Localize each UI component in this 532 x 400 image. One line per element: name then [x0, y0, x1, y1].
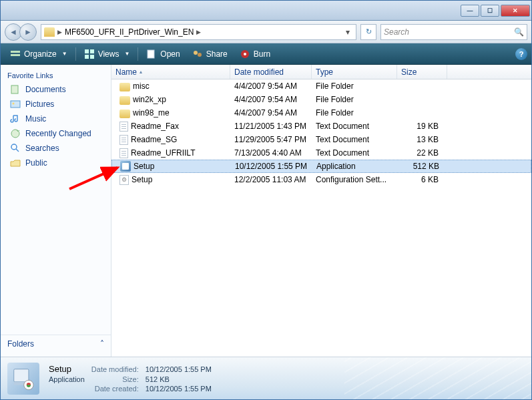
svg-rect-5 — [90, 55, 94, 59]
maximize-button[interactable]: ☐ — [481, 5, 499, 17]
file-name: win2k_xp — [133, 95, 166, 104]
file-row[interactable]: Setup12/2/2005 11:03 AMConfiguration Set… — [111, 173, 531, 186]
recent-icon — [10, 128, 21, 139]
file-date: 4/4/2007 9:54 AM — [230, 108, 312, 118]
chevron-down-icon: ▼ — [124, 51, 129, 57]
open-icon — [146, 49, 157, 59]
file-date: 4/4/2007 9:54 AM — [230, 95, 312, 104]
svg-point-13 — [13, 103, 15, 105]
sidebar-item-recent[interactable]: Recently Changed — [1, 126, 111, 141]
sidebar-item-searches[interactable]: Searches — [1, 141, 111, 156]
toolbar: Organize ▼ Views ▼ Open Share — [1, 43, 531, 65]
file-date: 12/2/2005 11:03 AM — [230, 175, 312, 184]
documents-icon — [10, 84, 21, 95]
minimize-button[interactable]: — — [461, 5, 479, 17]
file-date: 10/12/2005 1:55 PM — [231, 162, 312, 171]
titlebar: — ☐ ✕ — [1, 1, 531, 21]
svg-rect-4 — [85, 55, 89, 59]
file-row[interactable]: Readme_UFRIILT7/13/2005 4:40 AMText Docu… — [111, 146, 531, 160]
breadcrumb-dropdown[interactable]: ▾ — [342, 27, 353, 37]
nav-buttons: ◄ ► — [5, 23, 37, 41]
file-row[interactable]: win98_me4/4/2007 9:54 AMFile Folder — [111, 106, 531, 120]
searches-icon — [10, 143, 21, 154]
details-grid: Setup Date modified: 10/12/2005 1:55 PM … — [49, 364, 218, 393]
public-icon — [10, 158, 21, 168]
music-icon — [10, 114, 21, 124]
details-created-label: Date created: — [91, 385, 139, 393]
text-file-icon — [119, 135, 128, 145]
breadcrumb[interactable]: ▶ MF6500_UFR_II_PrtDriver_Win_EN ▶ ▾ — [41, 24, 356, 40]
share-icon — [192, 49, 203, 59]
sidebar-item-pictures[interactable]: Pictures — [1, 97, 111, 112]
folders-toggle[interactable]: Folders ˄ — [1, 335, 111, 353]
file-size: 512 KB — [398, 162, 443, 171]
sidebar-item-documents[interactable]: Documents — [1, 82, 111, 97]
file-type: File Folder — [312, 108, 397, 118]
forward-button[interactable]: ► — [19, 23, 37, 41]
folder-icon — [44, 27, 55, 37]
file-row[interactable]: misc4/4/2007 9:54 AMFile Folder — [111, 79, 531, 93]
sidebar-item-label: Music — [25, 114, 46, 124]
file-list: Name ▴ Date modified Type Size misc4/4/2… — [111, 65, 531, 357]
file-size: 13 KB — [397, 135, 443, 144]
file-row[interactable]: Setup10/12/2005 1:55 PMApplication512 KB — [111, 160, 531, 173]
share-button[interactable]: Share — [187, 47, 233, 61]
svg-point-7 — [194, 51, 198, 55]
svg-rect-1 — [11, 54, 20, 56]
refresh-button[interactable]: ↻ — [360, 24, 376, 40]
file-date: 4/4/2007 9:54 AM — [230, 81, 312, 91]
application-icon — [120, 161, 131, 172]
file-name: Readme_Fax — [131, 122, 179, 131]
column-date[interactable]: Date modified — [230, 65, 312, 79]
pictures-icon — [10, 99, 21, 110]
file-size: 22 KB — [397, 148, 443, 158]
file-size: 6 KB — [397, 175, 443, 184]
file-name: Setup — [131, 175, 152, 184]
file-row[interactable]: Readme_Fax11/21/2005 1:43 PMText Documen… — [111, 120, 531, 133]
search-placeholder: Search — [384, 27, 409, 37]
search-icon: 🔍 — [514, 27, 524, 37]
views-button[interactable]: Views ▼ — [79, 47, 136, 61]
file-type: File Folder — [312, 95, 397, 104]
sidebar-item-label: Public — [25, 158, 47, 168]
file-name: Readme_SG — [131, 135, 177, 144]
chevron-down-icon: ▼ — [62, 51, 67, 57]
details-pane: Setup Date modified: 10/12/2005 1:55 PM … — [1, 357, 531, 399]
column-type[interactable]: Type — [312, 65, 397, 79]
burn-icon — [240, 49, 250, 59]
file-date: 11/21/2005 1:43 PM — [230, 122, 312, 131]
breadcrumb-current[interactable]: MF6500_UFR_II_PrtDriver_Win_EN — [65, 27, 194, 37]
file-row[interactable]: win2k_xp4/4/2007 9:54 AMFile Folder — [111, 93, 531, 106]
sidebar-item-label: Searches — [25, 144, 59, 153]
svg-rect-3 — [90, 49, 94, 53]
burn-button[interactable]: Burn — [234, 47, 276, 61]
details-size-label: Size: — [91, 375, 139, 383]
file-row[interactable]: Readme_SG11/29/2005 5:47 PMText Document… — [111, 133, 531, 146]
details-size-value: 512 KB — [146, 375, 212, 383]
file-type: Text Document — [312, 122, 397, 131]
open-button[interactable]: Open — [141, 47, 185, 61]
details-name: Setup — [49, 364, 85, 374]
file-type: File Folder — [312, 81, 397, 91]
svg-rect-12 — [11, 101, 20, 108]
details-modified-value: 10/12/2005 1:55 PM — [146, 365, 212, 373]
text-file-icon — [119, 122, 128, 132]
details-modified-label: Date modified: — [91, 365, 139, 373]
folder-icon — [119, 96, 130, 105]
sidebar-item-music[interactable]: Music — [1, 112, 111, 126]
column-size[interactable]: Size — [397, 65, 447, 79]
separator — [75, 47, 76, 61]
file-name: Setup — [134, 162, 154, 171]
svg-point-10 — [244, 53, 246, 55]
search-input[interactable]: Search 🔍 — [380, 24, 527, 40]
organize-button[interactable]: Organize ▼ — [5, 47, 73, 61]
close-button[interactable]: ✕ — [501, 5, 530, 17]
separator — [138, 47, 138, 61]
column-name[interactable]: Name ▴ — [111, 65, 230, 79]
help-button[interactable]: ? — [515, 48, 527, 60]
svg-rect-6 — [148, 50, 154, 58]
sidebar-item-public[interactable]: Public — [1, 156, 111, 170]
chevron-right-icon: ▶ — [196, 29, 201, 35]
file-thumbnail — [7, 363, 39, 395]
file-date: 7/13/2005 4:40 AM — [230, 148, 312, 158]
